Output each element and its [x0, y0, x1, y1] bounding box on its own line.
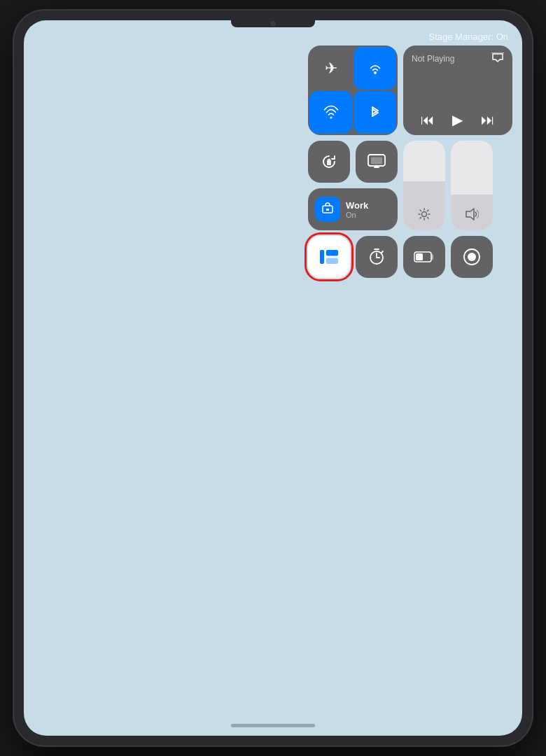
focus-status: On — [346, 211, 368, 219]
stage-manager-label: Stage Manager: On — [429, 31, 508, 42]
home-indicator — [231, 724, 315, 727]
cc-row-2: Work On — [308, 141, 512, 230]
screen-record-button[interactable] — [451, 236, 493, 278]
bluetooth-button[interactable] — [354, 91, 396, 134]
svg-line-13 — [420, 210, 421, 211]
cc-row-2a — [308, 141, 398, 183]
svg-rect-27 — [431, 254, 433, 260]
hotspot-icon — [367, 60, 384, 77]
now-playing-song — [412, 69, 504, 107]
bluetooth-icon — [367, 104, 384, 121]
lock-rotation-icon — [320, 153, 338, 171]
previous-button[interactable]: ⏮ — [421, 112, 435, 128]
brightness-slider[interactable] — [403, 141, 445, 230]
top-bar — [231, 20, 315, 27]
cc-row-1: ✈ — [308, 46, 512, 135]
svg-rect-5 — [371, 158, 382, 164]
focus-tile[interactable]: Work On — [308, 188, 398, 230]
network-tile: ✈ — [308, 46, 398, 135]
airplay-icon[interactable] — [491, 52, 504, 64]
svg-line-25 — [382, 251, 383, 253]
control-center: ✈ — [308, 46, 512, 278]
play-pause-button[interactable]: ▶ — [452, 111, 463, 128]
next-button[interactable]: ⏭ — [481, 112, 495, 128]
svg-rect-7 — [326, 209, 329, 211]
airplane-mode-button[interactable]: ✈ — [309, 47, 352, 90]
svg-point-0 — [374, 71, 377, 74]
svg-rect-20 — [326, 258, 338, 265]
volume-slider[interactable] — [451, 141, 493, 230]
svg-rect-28 — [416, 253, 423, 260]
svg-marker-17 — [466, 209, 474, 220]
svg-line-14 — [428, 218, 428, 218]
svg-point-8 — [422, 212, 427, 217]
ipad-screen: Stage Manager: On ✈ — [24, 20, 522, 736]
low-power-button[interactable] — [403, 236, 445, 278]
now-playing-controls: ⏮ ▶ ⏭ — [412, 111, 504, 128]
focus-text: Work On — [346, 200, 368, 219]
bottom-btns-row — [308, 236, 512, 278]
svg-point-30 — [468, 253, 476, 261]
work-focus-icon — [321, 202, 335, 216]
timer-icon — [368, 248, 386, 266]
battery-icon — [414, 251, 435, 263]
sliders-group — [403, 141, 493, 230]
screen-mirror-icon — [368, 154, 386, 169]
svg-line-16 — [420, 218, 421, 218]
svg-line-15 — [428, 210, 428, 211]
svg-rect-19 — [326, 250, 338, 256]
svg-point-1 — [330, 116, 332, 118]
stage-manager-button[interactable] — [308, 236, 350, 278]
ipad-frame: Stage Manager: On ✈ — [14, 10, 532, 746]
focus-icon — [315, 197, 340, 222]
screen-mirror-button[interactable] — [356, 141, 398, 183]
now-playing-tile: Not Playing ⏮ ▶ ⏭ — [403, 46, 512, 135]
screen-record-icon — [463, 248, 481, 266]
focus-name: Work — [346, 200, 368, 211]
np-header: Not Playing — [412, 52, 504, 64]
wifi-icon — [323, 104, 340, 121]
stage-manager-icon — [319, 248, 339, 265]
brightness-icon — [418, 208, 430, 223]
timer-button[interactable] — [356, 236, 398, 278]
hotspot-button[interactable] — [354, 47, 396, 90]
volume-icon — [465, 208, 479, 223]
now-playing-title: Not Playing — [412, 54, 454, 64]
lock-rotation-button[interactable] — [308, 141, 350, 183]
wifi-button[interactable] — [309, 91, 352, 134]
svg-rect-18 — [320, 250, 324, 264]
camera-dot — [270, 21, 276, 27]
